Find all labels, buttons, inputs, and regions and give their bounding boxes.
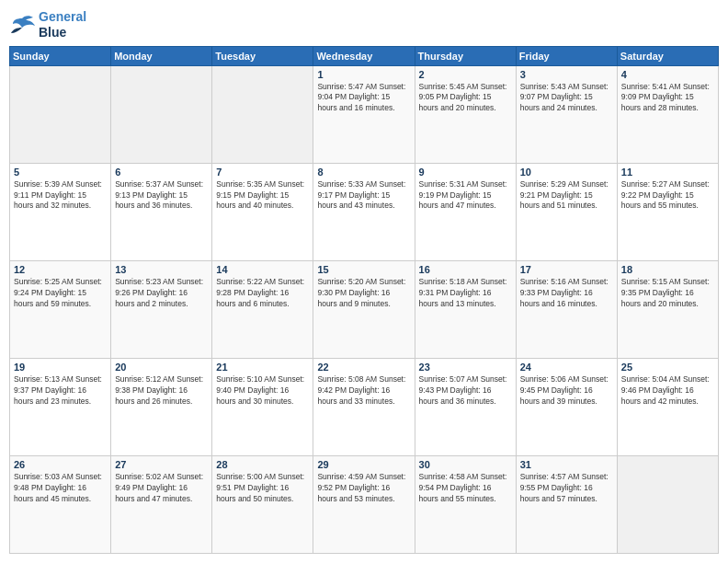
day-cell: 19Sunrise: 5:13 AM Sunset: 9:37 PM Dayli… (10, 358, 111, 455)
day-cell: 28Sunrise: 5:00 AM Sunset: 9:51 PM Dayli… (212, 455, 313, 553)
day-info: Sunrise: 5:35 AM Sunset: 9:15 PM Dayligh… (216, 179, 309, 213)
day-cell: 29Sunrise: 4:59 AM Sunset: 9:52 PM Dayli… (313, 455, 415, 553)
day-number: 28 (216, 459, 309, 470)
day-number: 4 (621, 69, 714, 80)
day-cell: 1Sunrise: 5:47 AM Sunset: 9:04 PM Daylig… (313, 65, 415, 163)
day-info: Sunrise: 5:33 AM Sunset: 9:17 PM Dayligh… (317, 179, 410, 213)
day-number: 20 (115, 362, 208, 373)
day-info: Sunrise: 5:10 AM Sunset: 9:40 PM Dayligh… (216, 374, 309, 408)
header-row: SundayMondayTuesdayWednesdayThursdayFrid… (10, 46, 719, 65)
header: General Blue (9, 9, 719, 40)
day-info: Sunrise: 5:08 AM Sunset: 9:42 PM Dayligh… (317, 374, 410, 408)
day-info: Sunrise: 5:41 AM Sunset: 9:09 PM Dayligh… (621, 82, 714, 115)
day-info: Sunrise: 5:39 AM Sunset: 9:11 PM Dayligh… (14, 179, 107, 213)
day-cell: 10Sunrise: 5:29 AM Sunset: 9:21 PM Dayli… (516, 163, 617, 260)
col-header-thursday: Thursday (415, 46, 516, 65)
week-row-5: 26Sunrise: 5:03 AM Sunset: 9:48 PM Dayli… (10, 455, 719, 553)
day-info: Sunrise: 4:59 AM Sunset: 9:52 PM Dayligh… (317, 472, 410, 505)
day-info: Sunrise: 5:15 AM Sunset: 9:35 PM Dayligh… (621, 277, 714, 310)
day-info: Sunrise: 5:43 AM Sunset: 9:07 PM Dayligh… (520, 82, 613, 115)
day-cell: 23Sunrise: 5:07 AM Sunset: 9:43 PM Dayli… (415, 358, 516, 455)
day-info: Sunrise: 4:57 AM Sunset: 9:55 PM Dayligh… (520, 472, 613, 505)
day-number: 17 (520, 264, 613, 275)
day-number: 25 (621, 362, 714, 373)
day-cell: 31Sunrise: 4:57 AM Sunset: 9:55 PM Dayli… (516, 455, 617, 553)
day-info: Sunrise: 5:12 AM Sunset: 9:38 PM Dayligh… (115, 374, 208, 408)
day-number: 29 (317, 459, 410, 470)
day-info: Sunrise: 5:37 AM Sunset: 9:13 PM Dayligh… (115, 179, 208, 213)
logo: General Blue (9, 9, 86, 40)
day-cell (617, 455, 718, 553)
day-number: 7 (216, 167, 309, 178)
day-number: 1 (317, 69, 410, 80)
day-cell: 12Sunrise: 5:25 AM Sunset: 9:24 PM Dayli… (10, 260, 111, 358)
day-cell: 3Sunrise: 5:43 AM Sunset: 9:07 PM Daylig… (516, 65, 617, 163)
day-cell: 4Sunrise: 5:41 AM Sunset: 9:09 PM Daylig… (617, 65, 718, 163)
day-cell: 18Sunrise: 5:15 AM Sunset: 9:35 PM Dayli… (617, 260, 718, 358)
day-number: 24 (520, 362, 613, 373)
day-cell (10, 65, 111, 163)
day-cell: 21Sunrise: 5:10 AM Sunset: 9:40 PM Dayli… (212, 358, 313, 455)
week-row-4: 19Sunrise: 5:13 AM Sunset: 9:37 PM Dayli… (10, 358, 719, 455)
day-number: 9 (419, 167, 512, 178)
day-number: 14 (216, 264, 309, 275)
day-number: 16 (419, 264, 512, 275)
day-cell: 27Sunrise: 5:02 AM Sunset: 9:49 PM Dayli… (111, 455, 212, 553)
day-cell: 11Sunrise: 5:27 AM Sunset: 9:22 PM Dayli… (617, 163, 718, 260)
logo-text: General Blue (39, 9, 86, 40)
day-number: 26 (14, 459, 107, 470)
week-row-3: 12Sunrise: 5:25 AM Sunset: 9:24 PM Dayli… (10, 260, 719, 358)
day-info: Sunrise: 5:45 AM Sunset: 9:05 PM Dayligh… (419, 82, 512, 115)
day-cell: 8Sunrise: 5:33 AM Sunset: 9:17 PM Daylig… (313, 163, 415, 260)
day-number: 8 (317, 167, 410, 178)
day-cell: 25Sunrise: 5:04 AM Sunset: 9:46 PM Dayli… (617, 358, 718, 455)
logo-icon (9, 15, 35, 35)
day-info: Sunrise: 5:16 AM Sunset: 9:33 PM Dayligh… (520, 277, 613, 310)
day-cell: 30Sunrise: 4:58 AM Sunset: 9:54 PM Dayli… (415, 455, 516, 553)
day-cell: 2Sunrise: 5:45 AM Sunset: 9:05 PM Daylig… (415, 65, 516, 163)
day-number: 31 (520, 459, 613, 470)
day-number: 2 (419, 69, 512, 80)
day-info: Sunrise: 5:29 AM Sunset: 9:21 PM Dayligh… (520, 179, 613, 213)
day-cell: 17Sunrise: 5:16 AM Sunset: 9:33 PM Dayli… (516, 260, 617, 358)
day-cell: 16Sunrise: 5:18 AM Sunset: 9:31 PM Dayli… (415, 260, 516, 358)
day-number: 13 (115, 264, 208, 275)
day-number: 22 (317, 362, 410, 373)
day-cell (111, 65, 212, 163)
day-number: 21 (216, 362, 309, 373)
week-row-2: 5Sunrise: 5:39 AM Sunset: 9:11 PM Daylig… (10, 163, 719, 260)
day-info: Sunrise: 5:23 AM Sunset: 9:26 PM Dayligh… (115, 277, 208, 310)
day-cell: 13Sunrise: 5:23 AM Sunset: 9:26 PM Dayli… (111, 260, 212, 358)
day-cell: 6Sunrise: 5:37 AM Sunset: 9:13 PM Daylig… (111, 163, 212, 260)
day-number: 15 (317, 264, 410, 275)
day-info: Sunrise: 5:06 AM Sunset: 9:45 PM Dayligh… (520, 374, 613, 408)
day-number: 19 (14, 362, 107, 373)
day-info: Sunrise: 5:07 AM Sunset: 9:43 PM Dayligh… (419, 374, 512, 408)
day-cell: 5Sunrise: 5:39 AM Sunset: 9:11 PM Daylig… (10, 163, 111, 260)
col-header-saturday: Saturday (617, 46, 718, 65)
day-cell (212, 65, 313, 163)
day-cell: 15Sunrise: 5:20 AM Sunset: 9:30 PM Dayli… (313, 260, 415, 358)
day-info: Sunrise: 5:22 AM Sunset: 9:28 PM Dayligh… (216, 277, 309, 310)
day-info: Sunrise: 5:18 AM Sunset: 9:31 PM Dayligh… (419, 277, 512, 310)
calendar-header: SundayMondayTuesdayWednesdayThursdayFrid… (10, 46, 719, 65)
week-row-1: 1Sunrise: 5:47 AM Sunset: 9:04 PM Daylig… (10, 65, 719, 163)
day-number: 30 (419, 459, 512, 470)
day-number: 11 (621, 167, 714, 178)
day-number: 5 (14, 167, 107, 178)
day-number: 6 (115, 167, 208, 178)
day-number: 18 (621, 264, 714, 275)
day-info: Sunrise: 5:13 AM Sunset: 9:37 PM Dayligh… (14, 374, 107, 408)
day-number: 27 (115, 459, 208, 470)
day-number: 10 (520, 167, 613, 178)
day-number: 3 (520, 69, 613, 80)
day-info: Sunrise: 4:58 AM Sunset: 9:54 PM Dayligh… (419, 472, 512, 505)
page: General Blue SundayMondayTuesdayWednesda… (0, 0, 728, 563)
day-cell: 7Sunrise: 5:35 AM Sunset: 9:15 PM Daylig… (212, 163, 313, 260)
day-info: Sunrise: 5:04 AM Sunset: 9:46 PM Dayligh… (621, 374, 714, 408)
day-info: Sunrise: 5:31 AM Sunset: 9:19 PM Dayligh… (419, 179, 512, 213)
day-number: 12 (14, 264, 107, 275)
calendar-body: 1Sunrise: 5:47 AM Sunset: 9:04 PM Daylig… (10, 65, 719, 553)
day-info: Sunrise: 5:20 AM Sunset: 9:30 PM Dayligh… (317, 277, 410, 310)
col-header-tuesday: Tuesday (212, 46, 313, 65)
